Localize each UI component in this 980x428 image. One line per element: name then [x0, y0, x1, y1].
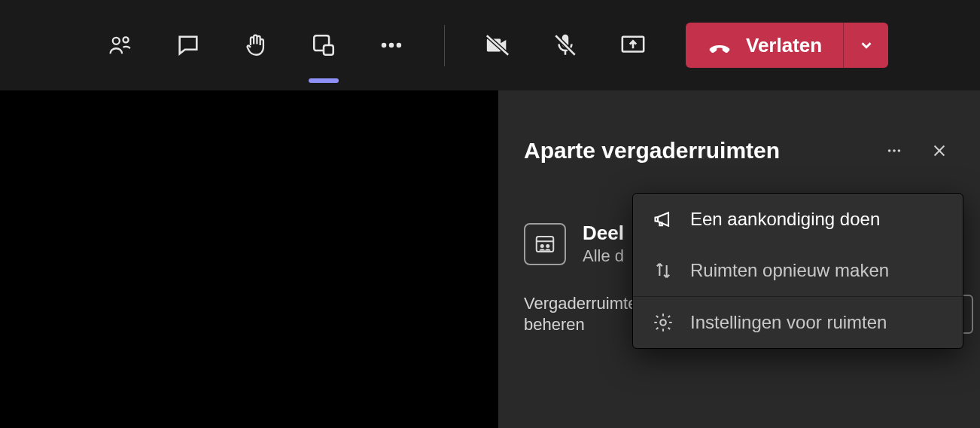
menu-settings-label: Instellingen voor ruimten [690, 312, 887, 333]
svg-point-14 [888, 149, 891, 152]
calendar-people-icon [524, 223, 566, 265]
meeting-toolbar: Verlaten [0, 0, 980, 90]
close-icon [931, 142, 948, 159]
assign-text: Deel Alle d [583, 222, 624, 266]
toolbar-left-group [105, 30, 406, 60]
leave-label: Verlaten [746, 34, 822, 57]
chat-icon [175, 32, 201, 58]
video-stage [0, 90, 498, 428]
chat-button[interactable] [173, 30, 203, 60]
svg-point-21 [540, 244, 544, 248]
participants-button[interactable] [105, 30, 135, 60]
rooms-icon [311, 32, 336, 58]
raise-hand-button[interactable] [241, 30, 271, 60]
toolbar-right-group [482, 30, 648, 60]
svg-point-16 [898, 149, 901, 152]
swap-icon [653, 260, 674, 281]
svg-point-23 [660, 319, 665, 325]
svg-rect-3 [324, 45, 333, 55]
menu-recreate-label: Ruimten opnieuw maken [690, 260, 889, 281]
breakout-rooms-button[interactable] [309, 30, 339, 60]
share-screen-button[interactable] [618, 30, 648, 60]
panel-title: Aparte vergaderruimten [524, 138, 864, 164]
hand-icon [243, 32, 269, 58]
menu-recreate[interactable]: Ruimten opnieuw maken [633, 245, 963, 296]
leave-options-button[interactable] [843, 23, 888, 68]
hangup-icon [707, 32, 732, 58]
svg-point-4 [382, 43, 387, 48]
svg-rect-19 [537, 237, 554, 252]
ellipsis-icon [379, 32, 404, 58]
gear-icon [653, 312, 674, 333]
mic-off-icon [552, 32, 578, 58]
svg-point-6 [397, 43, 402, 48]
assign-subtitle: Alle d [583, 246, 624, 266]
menu-settings[interactable]: Instellingen voor ruimten [633, 297, 963, 348]
ellipsis-icon [886, 142, 902, 159]
camera-toggle-button[interactable] [482, 30, 513, 60]
leave-button-group: Verlaten [686, 23, 888, 68]
panel-more-button[interactable] [879, 136, 909, 166]
megaphone-icon [653, 209, 674, 230]
camera-off-icon [485, 32, 510, 58]
svg-point-1 [123, 37, 129, 42]
chevron-down-icon [858, 37, 875, 54]
panel-close-button[interactable] [924, 136, 954, 166]
svg-point-5 [389, 43, 394, 48]
svg-point-0 [113, 38, 120, 44]
more-actions-button[interactable] [376, 30, 406, 60]
leave-button[interactable]: Verlaten [686, 23, 843, 68]
svg-point-22 [546, 244, 549, 248]
mic-toggle-button[interactable] [550, 30, 580, 60]
panel-header: Aparte vergaderruimten [498, 113, 980, 188]
menu-announce-label: Een aankondiging doen [690, 209, 880, 230]
toolbar-divider [444, 25, 445, 66]
people-icon [108, 32, 133, 58]
menu-announce[interactable]: Een aankondiging doen [633, 194, 963, 245]
svg-point-15 [893, 149, 896, 152]
assign-title: Deel [583, 222, 624, 245]
rooms-options-menu: Een aankondiging doen Ruimten opnieuw ma… [632, 193, 963, 349]
share-icon [620, 32, 646, 58]
